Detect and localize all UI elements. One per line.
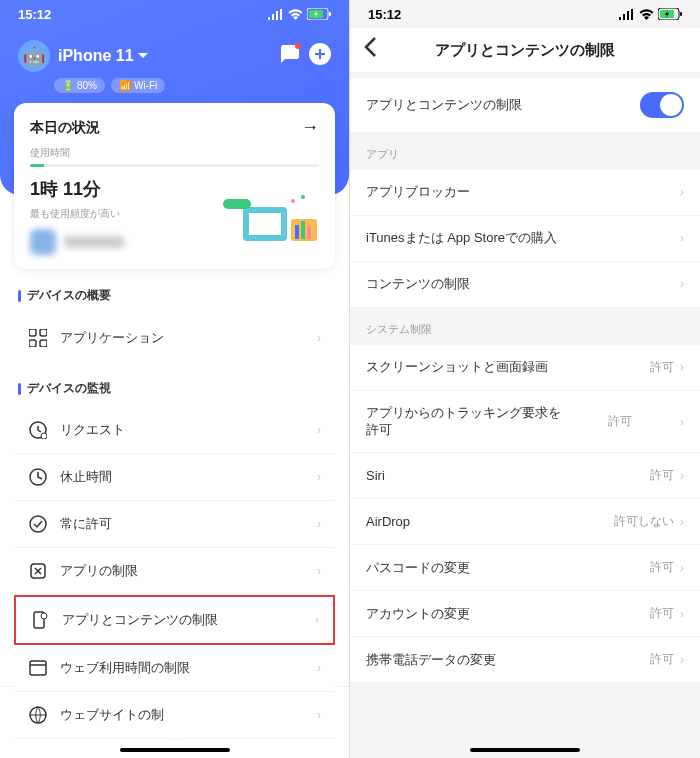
messages-button[interactable]: [279, 45, 299, 67]
illustration-icon: [213, 189, 323, 251]
device-badges: 🔋 80% 📶 Wi-Fi: [54, 78, 335, 93]
status-indicators: [619, 8, 682, 20]
content-limit-row[interactable]: コンテンツの制限 ›: [350, 262, 700, 308]
nav-header: アプリとコンテンツの制限: [350, 28, 700, 72]
signal-icon: [268, 9, 284, 20]
back-button[interactable]: [364, 37, 388, 63]
svg-point-11: [291, 199, 295, 203]
monitor-app-limit[interactable]: アプリの制限 ›: [14, 548, 335, 595]
battery-icon: [307, 8, 331, 20]
chevron-right-icon: ›: [317, 517, 321, 531]
monitor-request[interactable]: リクエスト ›: [14, 407, 335, 454]
chevron-right-icon: ›: [680, 185, 684, 199]
chevron-down-icon: [138, 53, 148, 59]
blurred-app-icon: [30, 229, 56, 255]
plus-circle-icon: [309, 43, 331, 65]
svg-rect-8: [301, 221, 305, 239]
blurred-app-name: [64, 236, 124, 248]
chevron-right-icon: ›: [317, 331, 321, 345]
overview-applications[interactable]: アプリケーション ›: [14, 314, 335, 362]
section-system-label: システム制限: [350, 308, 700, 345]
chevron-right-icon: ›: [680, 515, 684, 529]
chevron-right-icon: ›: [317, 470, 321, 484]
svg-point-20: [30, 516, 46, 532]
svg-rect-15: [29, 340, 36, 347]
status-indicators: [268, 8, 331, 20]
chevron-right-icon: ›: [317, 423, 321, 437]
status-time: 15:12: [18, 7, 51, 22]
svg-rect-10: [223, 199, 251, 209]
svg-rect-16: [40, 340, 47, 347]
svg-rect-2: [329, 12, 331, 16]
itunes-purchase-row[interactable]: iTunesまたは App Storeでの購入 ›: [350, 216, 700, 262]
battery-icon: [658, 8, 682, 20]
hourglass-icon: [28, 561, 48, 581]
cellular-row[interactable]: 携帯電話データの変更 許可 ›: [350, 637, 700, 682]
clock-icon: [28, 467, 48, 487]
monitor-web-time-limit[interactable]: ウェブ利用時間の制限 ›: [14, 645, 335, 692]
phone-gear-icon: [30, 610, 50, 630]
chevron-left-icon: [364, 37, 376, 57]
svg-rect-31: [680, 12, 682, 16]
usage-bar: [30, 164, 319, 167]
browser-icon: [28, 658, 48, 678]
svg-rect-7: [295, 225, 299, 239]
device-header: 🤖 iPhone 11: [14, 28, 335, 80]
svg-rect-14: [40, 329, 47, 336]
svg-rect-5: [249, 213, 281, 235]
account-row[interactable]: アカウントの変更 許可 ›: [350, 591, 700, 637]
chevron-right-icon: ›: [680, 469, 684, 483]
chevron-right-icon: ›: [680, 607, 684, 621]
phone-right-screen: 15:12 アプリとコンテンツの制限 アプリとコンテンツの制限 アプリ アプリブ…: [350, 0, 700, 758]
status-time: 15:12: [368, 7, 401, 22]
svg-point-23: [41, 613, 47, 619]
svg-point-12: [301, 195, 305, 199]
section-monitor-label: デバイスの監視: [18, 380, 335, 397]
status-bar: 15:12: [0, 0, 349, 28]
monitor-downtime[interactable]: 休止時間 ›: [14, 454, 335, 501]
chevron-right-icon: ›: [680, 653, 684, 667]
arrow-right-icon: →: [301, 117, 319, 138]
phone-left-screen: 15:12 🤖 iPhone 11 🔋 80%: [0, 0, 350, 758]
svg-rect-9: [307, 227, 311, 239]
wifi-icon: [288, 9, 303, 20]
status-bar: 15:12: [350, 0, 700, 28]
monitor-website-limit[interactable]: ウェブサイトの制 ›: [14, 692, 335, 739]
tracking-row[interactable]: アプリからのトラッキング要求を許可 許可 ›: [350, 391, 700, 454]
app-blocker-row[interactable]: アプリブロッカー ›: [350, 170, 700, 216]
device-avatar: 🤖: [18, 40, 50, 72]
chat-icon: [279, 45, 299, 63]
usage-time-label: 使用時間: [30, 146, 319, 160]
chevron-right-icon: ›: [317, 708, 321, 722]
monitor-always-allow[interactable]: 常に許可 ›: [14, 501, 335, 548]
request-icon: [28, 420, 48, 440]
home-indicator[interactable]: [470, 748, 580, 752]
chevron-right-icon: ›: [315, 613, 319, 627]
chevron-right-icon: ›: [680, 360, 684, 374]
today-title: 本日の状況: [30, 119, 100, 137]
siri-row[interactable]: Siri 許可 ›: [350, 453, 700, 499]
chevron-right-icon: ›: [317, 661, 321, 675]
passcode-row[interactable]: パスコードの変更 許可 ›: [350, 545, 700, 591]
section-overview-label: デバイスの概要: [18, 287, 335, 304]
signal-icon: [619, 9, 635, 20]
chevron-right-icon: ›: [317, 564, 321, 578]
master-toggle[interactable]: [640, 92, 684, 118]
chevron-right-icon: ›: [680, 231, 684, 245]
today-status-card[interactable]: 本日の状況 → 使用時間 1時 11分 最も使用頻度が高い: [14, 103, 335, 269]
svg-rect-13: [29, 329, 36, 336]
svg-rect-24: [30, 661, 46, 675]
screenshot-row[interactable]: スクリーンショットと画面録画 許可 ›: [350, 345, 700, 391]
grid-icon: [28, 328, 48, 348]
add-button[interactable]: [309, 43, 331, 69]
page-title: アプリとコンテンツの制限: [350, 41, 700, 60]
chevron-right-icon: ›: [680, 277, 684, 291]
wifi-icon: [639, 9, 654, 20]
airdrop-row[interactable]: AirDrop 許可しない ›: [350, 499, 700, 545]
master-toggle-row: アプリとコンテンツの制限: [350, 78, 700, 133]
monitor-app-content-limit[interactable]: アプリとコンテンツの制限 ›: [14, 595, 335, 645]
check-icon: [28, 514, 48, 534]
device-name-dropdown[interactable]: iPhone 11: [58, 47, 271, 65]
svg-point-18: [41, 433, 47, 439]
chevron-right-icon: ›: [680, 561, 684, 575]
